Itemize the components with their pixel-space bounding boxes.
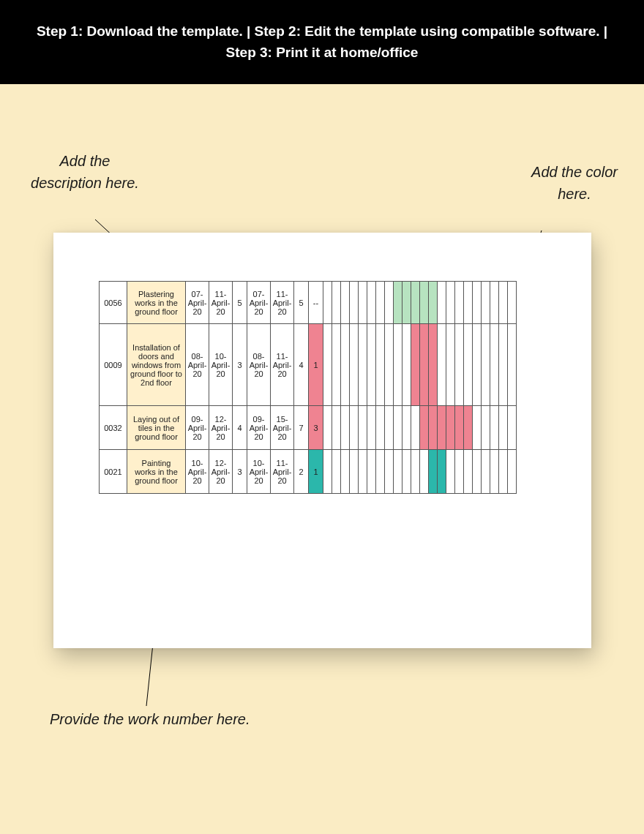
description-cell: Painting works in the ground floor bbox=[127, 450, 186, 494]
gantt-bar-cell bbox=[429, 282, 438, 324]
actual-end-cell: 15-April-20 bbox=[271, 406, 294, 450]
gantt-bar-cell bbox=[376, 450, 385, 494]
gantt-bar-cell bbox=[508, 282, 517, 324]
actual-days-cell: 2 bbox=[294, 450, 309, 494]
gantt-bar-cell bbox=[429, 450, 438, 494]
gantt-bar-cell bbox=[420, 324, 429, 406]
table-row: 0009Installation of doors and windows fr… bbox=[100, 324, 517, 406]
gantt-bar-cell bbox=[394, 324, 402, 406]
gantt-bar-cell bbox=[429, 324, 438, 406]
planned-end-cell: 10-April-20 bbox=[209, 324, 233, 406]
gantt-bar-cell bbox=[438, 324, 446, 406]
gantt-bar-cell bbox=[385, 282, 394, 324]
gantt-bar-cell bbox=[385, 450, 394, 494]
gantt-bar-cell bbox=[411, 324, 420, 406]
callout-worknumber-text: Provide the work number here. bbox=[50, 711, 250, 727]
planned-days-cell: 4 bbox=[233, 406, 247, 450]
gantt-table: 0056Plastering works in the ground floor… bbox=[99, 281, 517, 494]
gantt-bar-cell bbox=[499, 282, 508, 324]
table-row: 0032Laying out of tiles in the ground fl… bbox=[100, 406, 517, 450]
gantt-bar-cell bbox=[464, 406, 473, 450]
gantt-bar-cell bbox=[411, 282, 420, 324]
gantt-bar-cell bbox=[482, 406, 490, 450]
planned-days-cell: 3 bbox=[233, 324, 247, 406]
planned-end-cell: 12-April-20 bbox=[209, 450, 233, 494]
work-id-cell: 0021 bbox=[100, 450, 127, 494]
gantt-bar-cell bbox=[359, 282, 367, 324]
gantt-bar-cell bbox=[411, 406, 420, 450]
gantt-bar-cell bbox=[473, 324, 482, 406]
gantt-bar-cell bbox=[367, 282, 376, 324]
gantt-bar-cell bbox=[359, 406, 367, 450]
actual-days-cell: 4 bbox=[294, 324, 309, 406]
gantt-bar-cell bbox=[438, 282, 446, 324]
gantt-bar-cell bbox=[323, 324, 332, 406]
gantt-bar-cell bbox=[473, 406, 482, 450]
gantt-bar-cell bbox=[446, 324, 455, 406]
actual-end-cell: 11-April-20 bbox=[271, 450, 294, 494]
work-id-cell: 0009 bbox=[100, 324, 127, 406]
gantt-bar-cell bbox=[341, 282, 350, 324]
gantt-bar-cell bbox=[332, 324, 341, 406]
top-instruction-text: Step 1: Download the template. | Step 2:… bbox=[37, 23, 607, 60]
work-id-cell: 0032 bbox=[100, 406, 127, 450]
gantt-bar-cell bbox=[446, 282, 455, 324]
gantt-bar-cell bbox=[323, 282, 332, 324]
gantt-bar-cell bbox=[411, 450, 420, 494]
gantt-bar-cell bbox=[376, 324, 385, 406]
actual-start-cell: 10-April-20 bbox=[247, 450, 271, 494]
gantt-bar-cell bbox=[332, 282, 341, 324]
gantt-bar-cell bbox=[420, 282, 429, 324]
table-row: 0021Painting works in the ground floor10… bbox=[100, 450, 517, 494]
callout-color: Add the color here. bbox=[527, 161, 622, 205]
gantt-bar-cell bbox=[367, 406, 376, 450]
gantt-bar-cell bbox=[499, 406, 508, 450]
gantt-bar-cell bbox=[394, 282, 402, 324]
actual-end-cell: 11-April-20 bbox=[271, 324, 294, 406]
gantt-bar-cell bbox=[402, 406, 411, 450]
gantt-bar-cell bbox=[429, 406, 438, 450]
planned-start-cell: 07-April-20 bbox=[186, 282, 209, 324]
gantt-bar-cell bbox=[420, 406, 429, 450]
top-instruction-bar: Step 1: Download the template. | Step 2:… bbox=[0, 0, 644, 84]
gantt-bar-cell bbox=[499, 324, 508, 406]
gantt-bar-cell bbox=[438, 406, 446, 450]
variance-cell: 1 bbox=[309, 450, 323, 494]
actual-days-cell: 7 bbox=[294, 406, 309, 450]
callout-description-text: Add the description here. bbox=[31, 153, 139, 191]
gantt-bar-cell bbox=[359, 450, 367, 494]
gantt-bar-cell bbox=[490, 450, 499, 494]
actual-start-cell: 08-April-20 bbox=[247, 324, 271, 406]
gantt-bar-cell bbox=[385, 406, 394, 450]
gantt-bar-cell bbox=[323, 450, 332, 494]
planned-start-cell: 10-April-20 bbox=[186, 450, 209, 494]
actual-days-cell: 5 bbox=[294, 282, 309, 324]
gantt-bar-cell bbox=[455, 282, 464, 324]
gantt-bar-cell bbox=[446, 450, 455, 494]
gantt-bar-cell bbox=[376, 282, 385, 324]
gantt-bar-cell bbox=[367, 450, 376, 494]
gantt-bar-cell bbox=[402, 450, 411, 494]
planned-end-cell: 12-April-20 bbox=[209, 406, 233, 450]
variance-cell: 3 bbox=[309, 406, 323, 450]
gantt-bar-cell bbox=[350, 324, 359, 406]
gantt-bar-cell bbox=[367, 324, 376, 406]
gantt-bar-cell bbox=[464, 324, 473, 406]
gantt-bar-cell bbox=[464, 282, 473, 324]
description-cell: Laying out of tiles in the ground floor bbox=[127, 406, 186, 450]
gantt-bar-cell bbox=[464, 450, 473, 494]
gantt-bar-cell bbox=[341, 450, 350, 494]
gantt-bar-cell bbox=[385, 324, 394, 406]
gantt-bar-cell bbox=[499, 450, 508, 494]
gantt-bar-cell bbox=[394, 406, 402, 450]
work-id-cell: 0056 bbox=[100, 282, 127, 324]
gantt-bar-cell bbox=[490, 324, 499, 406]
planned-start-cell: 08-April-20 bbox=[186, 324, 209, 406]
gantt-bar-cell bbox=[332, 450, 341, 494]
gantt-bar-cell bbox=[455, 450, 464, 494]
gantt-bar-cell bbox=[359, 324, 367, 406]
gantt-bar-cell bbox=[508, 406, 517, 450]
gantt-bar-cell bbox=[332, 406, 341, 450]
gantt-bar-cell bbox=[402, 282, 411, 324]
gantt-bar-cell bbox=[490, 282, 499, 324]
